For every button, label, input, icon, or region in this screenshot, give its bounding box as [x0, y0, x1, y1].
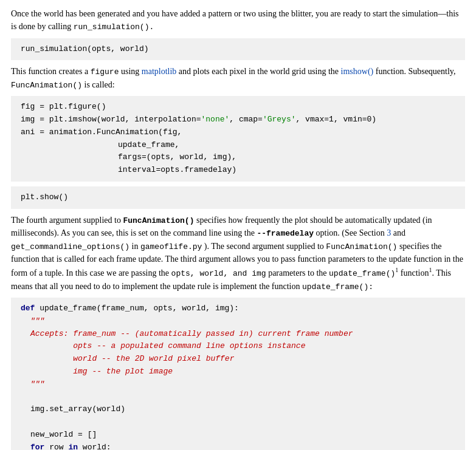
code-block-1: run_simulation(opts, world)	[11, 38, 465, 61]
section3-link[interactable]: 3	[387, 228, 391, 237]
para3-fn4: update_frame()	[329, 269, 395, 278]
para3-flag: --framedelay	[257, 229, 314, 238]
para3-mid2: option. (See Section	[316, 228, 387, 237]
para1-code: run_simulation().	[74, 22, 154, 32]
para2-mid2: and plots each pixel in the world grid u…	[179, 67, 339, 76]
paragraph-2: This function creates a figure using mat…	[11, 65, 465, 91]
code2-line1: fig = plt.figure()	[21, 101, 455, 114]
docstring-line4: img -- the plot image	[30, 366, 455, 378]
code2-line4: update_frame,	[21, 139, 455, 152]
para3-mid5: ). The second argument supplied to	[204, 242, 326, 251]
para3-mid7: parameters to the	[268, 268, 329, 278]
docstring-open: """	[30, 315, 455, 328]
docstring-line2: opts -- a populated command line options…	[30, 340, 455, 353]
docstring-line1: Accepts: frame_num -- (automatically pas…	[30, 328, 455, 341]
code2-line6: interval=opts.framedelay)	[21, 164, 455, 177]
code1-content: run_simulation(opts, world)	[21, 44, 149, 53]
para3-fn: FuncAnimation()	[123, 216, 194, 225]
para3-params: opts, world, and img	[171, 269, 266, 278]
para3-mid3: and	[393, 228, 405, 237]
para2-start: This function creates a	[11, 67, 88, 76]
code-block-4: def update_frame(frame_num, opts, world,…	[11, 298, 465, 450]
footnote-ref: 1	[395, 267, 398, 273]
docstring-line3: world -- the 2D world pixel buffer	[30, 353, 455, 366]
para3-fn3: FuncAnimation()	[326, 242, 397, 251]
matplotlib-link[interactable]: matplotlib	[142, 67, 177, 76]
paragraph-1: Once the world has been generated and yo…	[11, 7, 465, 33]
docstring-close: """	[30, 378, 455, 391]
para3-file: gameoflife.py	[140, 242, 202, 251]
para2-figure: figure	[91, 67, 119, 77]
para3-fn5: update_frame():	[302, 282, 373, 291]
para2-end: function. Subsequently,	[376, 67, 456, 76]
main-content: Once the world has been generated and yo…	[11, 7, 465, 450]
para2-end2: is called:	[85, 80, 115, 89]
code3-content: plt.show()	[21, 193, 68, 202]
para3-fn2: get_commandline_options()	[11, 242, 129, 251]
para3-start: The fourth argument supplied to	[11, 216, 121, 225]
def-line: def update_frame(frame_num, opts, world,…	[21, 302, 455, 315]
code-block-2: fig = plt.figure() img = plt.imshow(worl…	[11, 96, 465, 182]
code4-line2: new_world = []	[30, 429, 455, 441]
code2-line2: img = plt.imshow(world, interpolation='n…	[21, 114, 455, 126]
code4-line3: for row in world:	[30, 441, 455, 450]
code2-line3: ani = animation.FuncAnimation(fig,	[21, 126, 455, 139]
para2-mid: using	[121, 67, 142, 76]
para2-funcanimation: FuncAnimation()	[11, 81, 82, 90]
para3-mid4: in	[132, 242, 140, 251]
code-block-3: plt.show()	[11, 186, 465, 209]
code4-line1: img.set_array(world)	[30, 403, 455, 416]
paragraph-3: The fourth argument supplied to FuncAnim…	[11, 214, 465, 293]
imshow-link[interactable]: imshow()	[341, 67, 374, 76]
code2-line5: fargs=(opts, world, img),	[21, 151, 455, 164]
